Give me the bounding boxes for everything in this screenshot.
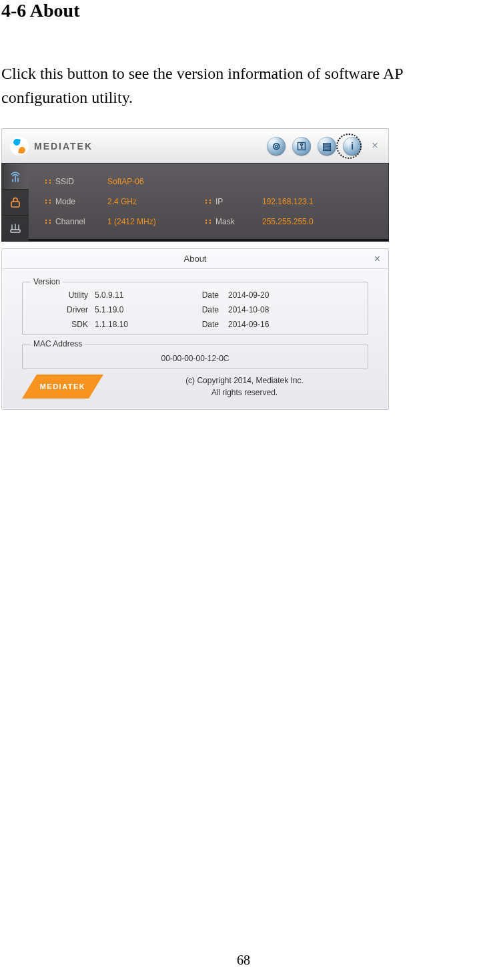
ap-utility-panel: MEDIATEK ⊚ ⚿ ▤ i × SSID SoftAP-06 (1, 128, 389, 242)
mode-value: 2.4 GHz (107, 197, 201, 206)
about-title: About (184, 254, 207, 264)
sdk-date-label: Date (181, 320, 219, 329)
page-number: 68 (237, 953, 250, 968)
sdk-date: 2014-09-16 (228, 320, 269, 329)
mask-value: 255.255.255.0 (262, 217, 376, 226)
about-titlebar: About × (2, 249, 388, 269)
driver-date-label: Date (181, 305, 219, 314)
utility-date: 2014-09-20 (228, 290, 269, 300)
mac-value: 00-00-00-00-12-0C (31, 352, 360, 363)
ap-titlebar: MEDIATEK ⊚ ⚿ ▤ i × (1, 128, 389, 163)
mediatek-logo: MEDIATEK (10, 137, 93, 156)
svg-rect-0 (11, 202, 19, 207)
ssid-value: SoftAP-06 (107, 177, 201, 186)
mediatek-wordmark: MEDIATEK (34, 141, 93, 152)
version-fieldset: Version Utility 5.0.9.11 Date 2014-09-20… (22, 277, 368, 335)
copyright-block: (c) Copyright 2014, Mediatek Inc. All ri… (121, 375, 368, 399)
tab-signal-icon[interactable] (2, 164, 29, 190)
mask-label: Mask (205, 217, 258, 226)
section-heading: 4-6 About (1, 0, 486, 21)
sdk-version: 1.1.18.10 (95, 320, 128, 329)
mediatek-badge: MEDIATEK (22, 375, 103, 399)
mac-fieldset: MAC Address 00-00-00-00-12-0C (22, 339, 368, 369)
driver-version: 5.1.19.0 (95, 305, 123, 314)
utility-version: 5.0.9.11 (95, 290, 123, 300)
mediatek-fan-icon (10, 137, 29, 156)
ip-label: IP (205, 197, 258, 206)
mode-label: Mode (45, 197, 103, 206)
close-icon[interactable]: × (368, 139, 382, 153)
ip-value: 192.168.123.1 (262, 197, 376, 206)
ap-side-tabs (2, 164, 29, 241)
ap-status-grid: SSID SoftAP-06 Mode 2.4 GHz IP 192.168.1… (29, 164, 388, 241)
copyright-line1: (c) Copyright 2014, Mediatek Inc. (121, 375, 368, 387)
tab-router-icon[interactable] (2, 216, 29, 241)
ap-body: SSID SoftAP-06 Mode 2.4 GHz IP 192.168.1… (1, 163, 389, 242)
about-window: About × Version Utility 5.0.9.11 Date 20… (1, 248, 389, 410)
channel-label: Channel (45, 217, 103, 226)
about-body: Version Utility 5.0.9.11 Date 2014-09-20… (2, 269, 388, 409)
tab-lock-icon[interactable] (2, 190, 29, 216)
ssid-label: SSID (45, 177, 103, 186)
copyright-line2: All rights reserved. (121, 387, 368, 399)
section-body: Click this button to see the version inf… (1, 61, 486, 109)
version-legend: Version (31, 277, 63, 286)
security-icon[interactable]: ⚿ (292, 137, 311, 156)
version-grid: Utility 5.0.9.11 Date 2014-09-20 Driver … (31, 290, 360, 329)
about-close-icon[interactable]: × (374, 253, 380, 265)
sdk-label: SDK (51, 320, 88, 329)
driver-label: Driver (51, 305, 88, 314)
about-footer: MEDIATEK (c) Copyright 2014, Mediatek In… (22, 375, 368, 399)
info-icon[interactable]: i (343, 137, 362, 156)
channel-value: 1 (2412 MHz) (107, 217, 201, 226)
mediatek-badge-label: MEDIATEK (22, 375, 103, 399)
utility-date-label: Date (181, 290, 219, 300)
mac-legend: MAC Address (31, 339, 85, 348)
list-icon[interactable]: ▤ (318, 137, 336, 156)
utility-label: Utility (51, 290, 88, 300)
wireless-icon[interactable]: ⊚ (267, 137, 286, 156)
toolbar: ⊚ ⚿ ▤ i × (267, 137, 382, 156)
driver-date: 2014-10-08 (228, 305, 269, 314)
